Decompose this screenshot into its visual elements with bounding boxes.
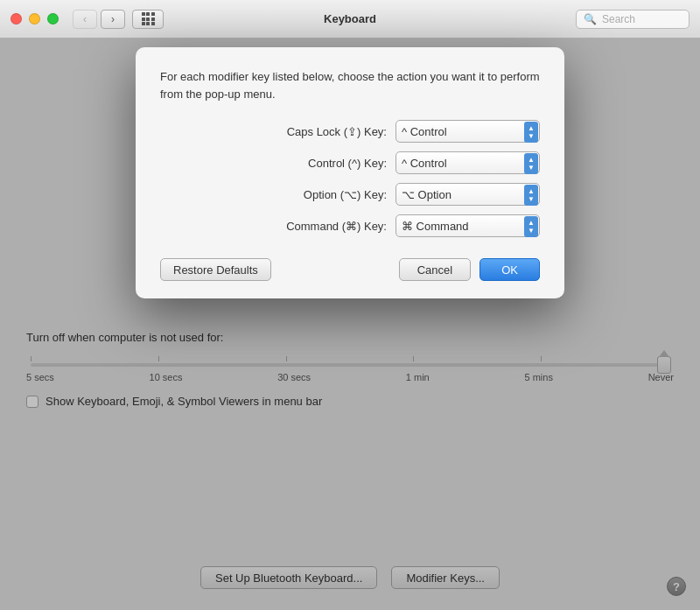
arrow-up-icon: ▲ [528, 125, 535, 132]
grid-icon [142, 12, 155, 25]
search-placeholder: Search [602, 13, 635, 25]
main-content: Turn off when computer is not used for: … [0, 39, 700, 610]
arrow-down-icon: ▼ [528, 133, 535, 140]
caps-lock-row: Caps Lock (⇪) Key: ^ Control ▲ ▼ [160, 120, 540, 143]
arrow-down-icon-4: ▼ [528, 228, 535, 235]
cancel-button[interactable]: Cancel [399, 258, 471, 281]
caps-lock-label: Caps Lock (⇪) Key: [242, 125, 387, 138]
arrow-down-icon-2: ▼ [528, 165, 535, 172]
restore-defaults-button[interactable]: Restore Defaults [160, 258, 271, 281]
close-button[interactable] [10, 13, 22, 25]
control-value: ^ Control [402, 157, 534, 170]
grid-view-button[interactable] [132, 10, 164, 29]
arrow-up-icon-4: ▲ [528, 220, 535, 227]
arrow-up-icon-3: ▲ [528, 188, 535, 195]
window-title: Keyboard [324, 12, 376, 25]
option-row: Option (⌥) Key: ⌥ Option ▲ ▼ [160, 183, 540, 206]
modal-overlay: For each modifier key listed below, choo… [0, 39, 700, 610]
maximize-button[interactable] [47, 13, 59, 25]
modal-description: For each modifier key listed below, choo… [160, 68, 540, 102]
command-row: Command (⌘) Key: ⌘ Command ▲ ▼ [160, 214, 540, 237]
command-value: ⌘ Command [402, 220, 534, 233]
minimize-button[interactable] [29, 13, 40, 25]
option-arrows: ▲ ▼ [524, 185, 538, 206]
right-buttons: Cancel OK [399, 258, 540, 281]
ok-button[interactable]: OK [480, 258, 540, 281]
nav-buttons: ‹ › [73, 10, 125, 29]
control-row: Control (^) Key: ^ Control ▲ ▼ [160, 151, 540, 174]
command-label: Command (⌘) Key: [242, 220, 387, 233]
caps-lock-arrows: ▲ ▼ [524, 122, 538, 143]
back-button[interactable]: ‹ [73, 10, 97, 29]
search-box[interactable]: 🔍 Search [576, 10, 690, 29]
form-rows: Caps Lock (⇪) Key: ^ Control ▲ ▼ Control… [160, 120, 540, 237]
traffic-lights [10, 13, 59, 25]
modal-dialog: For each modifier key listed below, choo… [136, 47, 564, 298]
control-label: Control (^) Key: [242, 157, 387, 170]
option-select[interactable]: ⌥ Option ▲ ▼ [396, 183, 540, 206]
caps-lock-value: ^ Control [402, 125, 534, 138]
arrow-up-icon-2: ▲ [528, 157, 535, 164]
control-select[interactable]: ^ Control ▲ ▼ [396, 151, 540, 174]
forward-button[interactable]: › [101, 10, 125, 29]
option-value: ⌥ Option [402, 188, 534, 201]
modal-buttons: Restore Defaults Cancel OK [160, 258, 540, 281]
option-label: Option (⌥) Key: [242, 188, 387, 201]
title-bar: ‹ › Keyboard 🔍 Search [0, 0, 700, 39]
search-icon: 🔍 [584, 13, 597, 25]
arrow-down-icon-3: ▼ [528, 196, 535, 203]
caps-lock-select[interactable]: ^ Control ▲ ▼ [396, 120, 540, 143]
control-arrows: ▲ ▼ [524, 153, 538, 174]
command-select[interactable]: ⌘ Command ▲ ▼ [396, 214, 540, 237]
command-arrows: ▲ ▼ [524, 216, 538, 237]
